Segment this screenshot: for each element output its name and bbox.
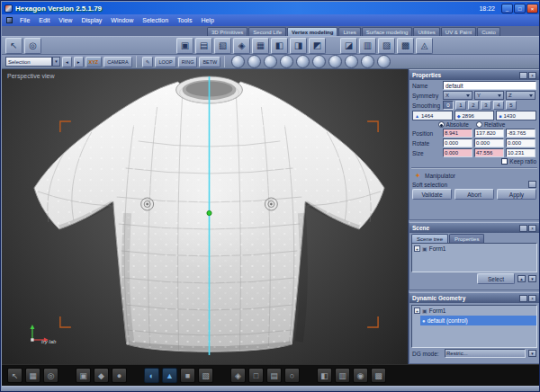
selection-combo-dropdown-icon[interactable]: ▼ <box>52 57 60 67</box>
size-x-field[interactable]: 0.000 <box>443 148 472 157</box>
tab-vertex-modeling[interactable]: Vertex modeling <box>287 27 338 36</box>
tab-scene-properties[interactable]: Properties <box>449 234 484 243</box>
bottom-tool-icon-11[interactable]: ◈ <box>230 368 246 383</box>
target-mode-icon[interactable]: ◎ <box>24 38 41 54</box>
loop-select-button[interactable]: LOOP <box>155 57 176 67</box>
perspective-viewport[interactable]: Perspective view try lab <box>2 69 409 364</box>
dg-mode-dropdown[interactable]: Restric... <box>445 349 526 358</box>
falloff-sphere-icon-8[interactable] <box>345 55 358 68</box>
scene-close-icon[interactable]: × <box>528 225 536 232</box>
close-button[interactable]: × <box>526 4 538 13</box>
bottom-tool-icon-5[interactable]: ◆ <box>94 368 109 383</box>
dyngeo-close-icon[interactable]: × <box>528 295 536 302</box>
menu-window[interactable]: Window <box>106 17 138 23</box>
between-select-button[interactable]: BETW <box>199 57 220 67</box>
bottom-tool-icon-6[interactable]: ● <box>112 368 127 383</box>
tab-3d-primitives[interactable]: 3D Primitives <box>207 27 248 36</box>
falloff-sphere-icon-6[interactable] <box>312 55 326 68</box>
tab-second-life[interactable]: Second Life <box>248 27 286 36</box>
tab-custom[interactable]: Custo <box>477 27 500 36</box>
modeling-tool-icon-5[interactable]: ▦ <box>252 38 269 54</box>
title-bar[interactable]: Hexagon Version 2.5.1.79 18:22 _ □ × <box>2 2 540 14</box>
tab-surface-modeling[interactable]: Surface modeling <box>362 27 413 36</box>
modeling-tool-icon-12[interactable]: ▩ <box>397 38 414 54</box>
selection-mode-combo[interactable]: Selection <box>5 57 52 67</box>
bottom-tool-icon-2[interactable]: ▦ <box>25 368 40 383</box>
smoothing-level-4[interactable]: 4 <box>493 101 504 110</box>
apply-button[interactable]: Apply <box>497 189 536 200</box>
minimize-button[interactable]: _ <box>501 4 513 13</box>
smoothing-level-5[interactable]: 5 <box>506 101 517 110</box>
bottom-tool-icon-8[interactable]: ▲ <box>162 368 177 383</box>
bottom-tool-icon-4[interactable]: ▣ <box>76 368 91 383</box>
window-resize-edge[interactable] <box>2 386 540 392</box>
next-selection-button[interactable]: ▸ <box>74 57 84 67</box>
scene-spin-down-icon[interactable]: ▼ <box>528 275 536 282</box>
position-x-field[interactable]: 8.941 <box>443 129 472 138</box>
tab-utilities[interactable]: Utilities <box>413 27 439 36</box>
menu-selection[interactable]: Selection <box>138 17 173 23</box>
camera-button[interactable]: CAMERA <box>104 57 132 67</box>
select-cursor-icon[interactable]: ↖ <box>5 38 22 54</box>
modeling-tool-icon-1[interactable]: ▣ <box>176 38 194 54</box>
validate-button[interactable]: Validate <box>412 189 452 200</box>
relative-radio[interactable] <box>476 121 482 128</box>
bottom-tool-icon-12[interactable]: □ <box>248 368 264 383</box>
modeling-tool-icon-10[interactable]: ▥ <box>359 38 376 54</box>
bottom-tool-icon-18[interactable]: ▩ <box>371 368 386 383</box>
symmetry-z-dropdown[interactable]: Z <box>506 91 536 100</box>
manipulator-icon[interactable]: ✦ <box>412 172 423 180</box>
scene-collapse-icon[interactable] <box>519 225 527 232</box>
scene-panel-header[interactable]: Scene × <box>410 223 539 233</box>
falloff-sphere-icon-7[interactable] <box>328 55 342 68</box>
bottom-tool-icon-10[interactable]: ▧ <box>198 368 213 383</box>
modeling-tool-icon-2[interactable]: ▤ <box>195 38 212 54</box>
tab-lines[interactable]: Lines <box>338 27 360 36</box>
prev-selection-button[interactable]: ◂ <box>62 57 72 67</box>
rotate-x-field[interactable]: 0.000 <box>443 138 472 147</box>
rotate-y-field[interactable]: 0.000 <box>474 138 504 147</box>
modeling-tool-icon-11[interactable]: ▨ <box>378 38 395 54</box>
expander-icon[interactable]: + <box>414 245 420 252</box>
abort-button[interactable]: Abort <box>454 189 494 200</box>
falloff-sphere-icon-2[interactable] <box>248 55 261 68</box>
smoothing-level-1[interactable]: 1 <box>455 101 466 110</box>
bottom-tool-icon-16[interactable]: ▥ <box>335 368 350 383</box>
size-z-field[interactable]: 10.231 <box>506 148 536 157</box>
absolute-radio[interactable] <box>438 121 445 128</box>
dg-mode-dropdown-icon[interactable]: ▼ <box>528 350 536 357</box>
bottom-tool-icon-1[interactable]: ↖ <box>7 368 22 383</box>
symmetry-x-dropdown[interactable]: X <box>443 91 472 100</box>
properties-close-icon[interactable]: × <box>528 72 536 79</box>
smoothing-level-3[interactable]: 3 <box>481 101 491 110</box>
dyngeo-collapse-icon[interactable] <box>519 295 527 302</box>
dg-tree-item-default-control[interactable]: ● default (control) <box>420 316 536 325</box>
scene-tree-item-form1[interactable]: + ▣ Form1 <box>412 244 536 254</box>
menu-help[interactable]: Help <box>196 17 218 23</box>
bottom-tool-icon-13[interactable]: ▤ <box>266 368 282 383</box>
expander-icon[interactable]: + <box>414 307 420 314</box>
menu-display[interactable]: Display <box>76 17 106 23</box>
tab-uv-paint[interactable]: UV & Paint <box>441 27 476 36</box>
tab-scene-tree[interactable]: Scene tree <box>411 234 448 243</box>
modeling-tool-icon-13[interactable]: ◬ <box>416 38 433 54</box>
scene-spin-up-icon[interactable]: ▲ <box>518 275 526 282</box>
modeling-tool-icon-3[interactable]: ▧ <box>214 38 231 54</box>
bottom-tool-icon-7[interactable]: ◐ <box>144 368 159 383</box>
size-y-field[interactable]: 47.556 <box>474 148 504 157</box>
xyz-axes-button[interactable]: XYZ <box>86 57 103 67</box>
dg-tree-item-form1[interactable]: + ▣ Form1 <box>412 306 536 316</box>
properties-panel-header[interactable]: Properties × <box>410 70 539 80</box>
modeling-tool-icon-7[interactable]: ◨ <box>290 38 307 54</box>
bottom-tool-icon-17[interactable]: ◉ <box>353 368 368 383</box>
pen-tool-icon[interactable]: ✎ <box>142 57 154 67</box>
falloff-sphere-icon-4[interactable] <box>280 55 293 68</box>
menu-edit[interactable]: Edit <box>34 17 54 23</box>
selected-vertex-dot[interactable] <box>207 210 212 215</box>
soft-selection-expand-icon[interactable] <box>528 181 536 188</box>
properties-collapse-icon[interactable] <box>519 72 527 79</box>
falloff-sphere-icon-1[interactable] <box>231 55 245 68</box>
keep-ratio-checkbox[interactable] <box>501 158 508 165</box>
maximize-button[interactable]: □ <box>514 4 526 13</box>
smoothing-level-0[interactable]: 0 <box>443 101 454 110</box>
